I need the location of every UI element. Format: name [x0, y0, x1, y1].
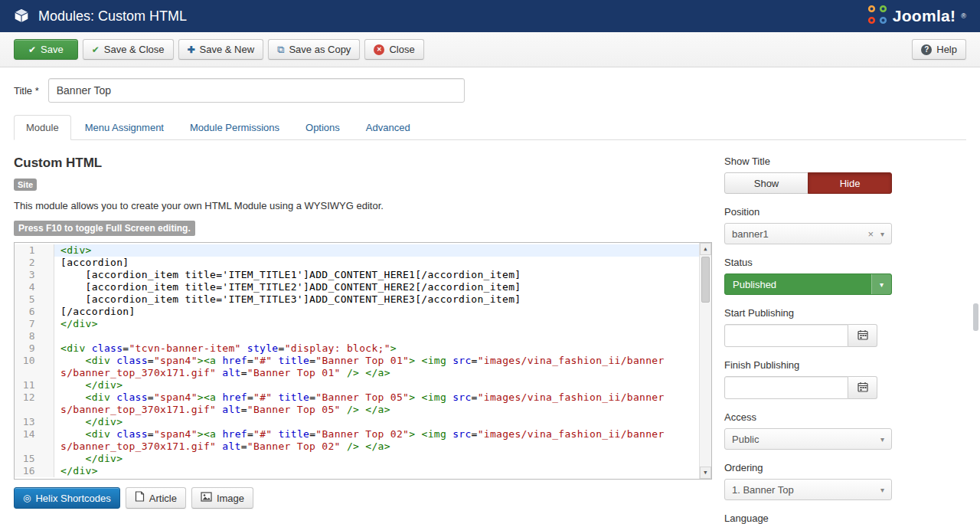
status-field: Status Published ▾ — [724, 257, 893, 295]
code-line-row: 12 <div class="span4"><a href="#" title=… — [15, 391, 699, 416]
helix-shortcodes-button[interactable]: ◎ Helix Shortcodes — [14, 487, 120, 509]
finish-publishing-calendar-button[interactable] — [848, 376, 877, 399]
line-number: 16 — [15, 465, 54, 477]
save-button[interactable]: ✔ Save — [14, 39, 78, 60]
line-number: 7 — [15, 318, 54, 330]
scroll-down-icon[interactable]: ▼ — [700, 467, 711, 479]
start-publishing-calendar-button[interactable] — [848, 324, 877, 347]
code-line[interactable]: [accordion_item title='ITEM_TITLE3']ADD_… — [54, 293, 699, 306]
ordering-caret-icon: ▾ — [880, 486, 884, 494]
save-close-button[interactable]: ✔ Save & Close — [83, 39, 174, 60]
ordering-select[interactable]: 1. Banner Top ▾ — [724, 479, 892, 500]
settings-sidebar: Show Title Show Hide Position banner1 × … — [724, 156, 893, 524]
editor-scrollbar[interactable]: ▲ ▼ — [699, 243, 711, 479]
code-line[interactable]: <div> — [54, 244, 699, 257]
code-line[interactable]: [accordion] — [54, 257, 699, 269]
save-close-label: Save & Close — [104, 43, 165, 56]
close-circle-icon: ✕ — [374, 44, 384, 55]
start-publishing-field: Start Publishing — [724, 307, 893, 347]
code-line[interactable]: </div> — [54, 416, 699, 428]
code-line[interactable]: </div> — [54, 379, 699, 391]
position-field: Position banner1 × ▾ — [724, 206, 893, 244]
calendar-icon — [858, 382, 868, 395]
code-line[interactable]: <div class="tcvn-banner-item" style="dis… — [54, 342, 699, 355]
code-line-row: 9<div class="tcvn-banner-item" style="di… — [15, 342, 699, 355]
code-line-row: 4 [accordion_item title='ITEM_TITLE2']AD… — [15, 281, 699, 293]
code-editor[interactable]: 1<div>2[accordion]3 [accordion_item titl… — [14, 242, 712, 480]
line-number: 2 — [15, 257, 54, 269]
access-value: Public — [732, 434, 759, 445]
line-number: 3 — [15, 269, 54, 281]
code-line[interactable]: <div class="span4"><a href="#" title="Ba… — [54, 428, 699, 453]
module-type-heading: Custom HTML — [14, 156, 712, 171]
show-title-toggle: Show Hide — [724, 172, 892, 194]
language-field: Language — [724, 513, 893, 524]
tab-module-permissions[interactable]: Module Permissions — [178, 115, 292, 140]
joomla-logo-mark-icon — [867, 5, 887, 28]
code-line[interactable]: </div> — [54, 318, 699, 330]
modules-cube-icon — [14, 8, 29, 24]
show-title-hide-button[interactable]: Hide — [808, 172, 892, 194]
save-copy-button[interactable]: ⧉ Save as Copy — [268, 39, 360, 60]
tab-menu-assignment[interactable]: Menu Assignment — [73, 115, 176, 140]
tab-module[interactable]: Module — [14, 115, 71, 140]
code-line[interactable]: </div> — [54, 465, 699, 477]
show-title-show-button[interactable]: Show — [724, 172, 808, 194]
code-line-row: 10 <div class="span4"><a href="#" title=… — [15, 355, 699, 379]
content-area: Custom HTML Site This module allows you … — [0, 140, 980, 524]
title-label: Title * — [14, 85, 39, 97]
code-line[interactable]: [accordion_item title='ITEM_TITLE1']ADD_… — [54, 269, 699, 281]
access-field: Access Public ▾ — [724, 411, 893, 450]
scroll-up-icon[interactable]: ▲ — [700, 243, 711, 255]
code-line-row: 11 </div> — [15, 379, 699, 391]
start-publishing-label: Start Publishing — [724, 307, 893, 319]
ordering-field: Ordering 1. Banner Top ▾ — [724, 462, 893, 500]
position-label: Position — [724, 206, 893, 218]
module-form-panel: Custom HTML Site This module allows you … — [14, 156, 712, 524]
fullscreen-hint: Press F10 to toggle Full Screen editing. — [14, 221, 195, 236]
page-scrollbar[interactable] — [973, 303, 978, 331]
code-line[interactable]: <div class="span4"><a href="#" title="Ba… — [54, 391, 699, 416]
tab-bar: Module Menu Assignment Module Permission… — [14, 115, 966, 140]
code-line[interactable]: </div> — [54, 453, 699, 465]
helix-shortcodes-label: Helix Shortcodes — [35, 492, 110, 505]
status-select[interactable]: Published ▾ — [724, 273, 892, 295]
save-copy-label: Save as Copy — [289, 43, 351, 56]
close-button[interactable]: ✕ Close — [364, 39, 423, 60]
admin-header: Modules: Custom HTML Joomla!® — [0, 0, 980, 32]
help-button[interactable]: ? Help — [912, 39, 966, 60]
line-number: 8 — [15, 330, 54, 342]
access-select[interactable]: Public ▾ — [724, 428, 892, 450]
image-label: Image — [217, 492, 244, 505]
access-label: Access — [724, 411, 893, 423]
editor-action-bar: ◎ Helix Shortcodes Article Image — [14, 487, 712, 509]
show-title-label: Show Title — [724, 156, 893, 167]
line-number: 14 — [15, 428, 54, 453]
code-line-row: 16</div> — [15, 465, 699, 477]
code-line-row: 3 [accordion_item title='ITEM_TITLE1']AD… — [15, 269, 699, 281]
status-label: Status — [724, 257, 893, 268]
position-select[interactable]: banner1 × ▾ — [724, 223, 892, 244]
close-label: Close — [389, 43, 414, 56]
code-line[interactable]: [accordion_item title='ITEM_TITLE2']ADD_… — [54, 281, 699, 293]
tab-options[interactable]: Options — [293, 115, 352, 140]
editor-scrollbar-thumb[interactable] — [701, 257, 710, 303]
help-label: Help — [936, 43, 957, 56]
page-title: Modules: Custom HTML — [38, 8, 187, 25]
code-line-row: 13 </div> — [15, 416, 699, 428]
clear-position-icon[interactable]: × — [867, 229, 874, 239]
line-number: 9 — [15, 342, 54, 355]
save-new-label: Save & New — [200, 43, 255, 56]
save-new-button[interactable]: ✚ Save & New — [178, 39, 264, 60]
apply-check-icon: ✔ — [28, 45, 36, 54]
article-button[interactable]: Article — [126, 487, 186, 509]
start-publishing-input[interactable] — [724, 324, 848, 347]
code-line[interactable]: <div class="span4"><a href="#" title="Ba… — [54, 355, 699, 379]
title-input[interactable] — [48, 78, 465, 103]
tab-advanced[interactable]: Advanced — [354, 115, 423, 140]
code-line[interactable] — [54, 330, 699, 342]
code-line[interactable]: [/accordion] — [54, 306, 699, 318]
image-button[interactable]: Image — [191, 487, 253, 509]
finish-publishing-input[interactable] — [724, 376, 848, 399]
article-label: Article — [149, 492, 177, 505]
